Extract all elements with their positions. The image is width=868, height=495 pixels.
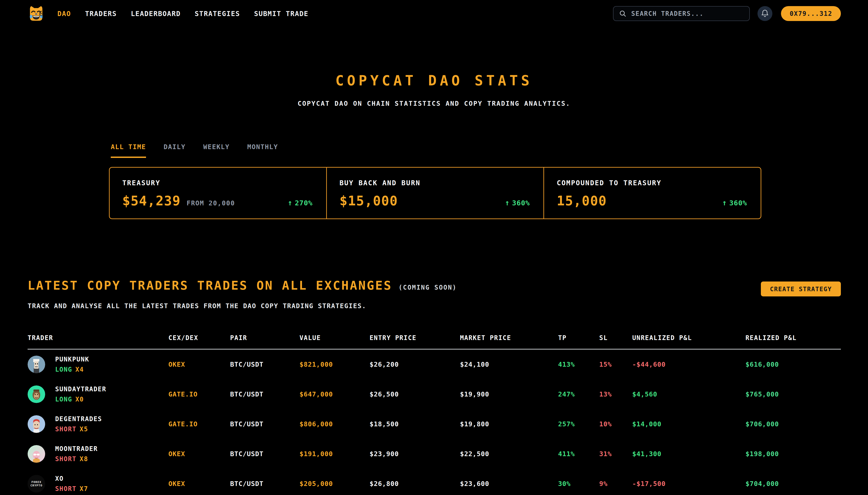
cell-value: $205,000 (300, 480, 370, 488)
hero-section: COPYCAT DAO STATS COPYCAT DAO ON CHAIN S… (0, 72, 868, 107)
cell-exchange: GATE.IO (168, 420, 230, 428)
nav-item-strategies[interactable]: STRATEGIES (195, 10, 240, 18)
cell-realized-pl: $765,000 (746, 390, 841, 398)
card-value: $54,239 (122, 193, 181, 208)
cell-entry-price: $26,800 (370, 480, 460, 488)
search-input[interactable] (631, 10, 744, 17)
create-strategy-button[interactable]: CREATE STRATEGY (761, 281, 841, 296)
cell-entry-price: $18,500 (370, 420, 460, 428)
trader-name: DEGENTRADES (55, 415, 102, 423)
cell-pair: BTC/USDT (230, 361, 300, 368)
cell-sl: 31% (599, 450, 632, 458)
cell-pair: BTC/USDT (230, 390, 300, 398)
page-subtitle: COPYCAT DAO ON CHAIN STATISTICS AND COPY… (0, 100, 868, 107)
trade-leverage: X7 (80, 485, 88, 493)
col-entry-price: ENTRY PRICE (370, 334, 460, 342)
notifications-button[interactable] (757, 6, 772, 21)
wallet-address-button[interactable]: 0X79...312 (781, 6, 841, 21)
nav-item-dao[interactable]: DAO (57, 10, 71, 18)
trader-avatar (28, 445, 45, 463)
page-title: COPYCAT DAO STATS (0, 72, 868, 89)
table-row[interactable]: SUNDAYTRADER LONGX0 GATE.IO BTC/USDT $64… (28, 379, 841, 409)
cell-tp: 30% (558, 480, 599, 488)
cell-value: $806,000 (300, 420, 370, 428)
cell-entry-price: $23,900 (370, 450, 460, 458)
stats-cards: TREASURY $54,239 FROM 20,000 ↑ 270% BUY … (109, 167, 761, 219)
cell-realized-pl: $198,000 (746, 450, 841, 458)
trade-leverage: X8 (80, 455, 88, 463)
col-pair: PAIR (230, 334, 300, 342)
tab-weekly[interactable]: WEEKLY (203, 143, 230, 158)
trader-name: SUNDAYTRADER (55, 386, 106, 393)
trade-direction: SHORT (55, 425, 77, 433)
tab-daily[interactable]: DAILY (164, 143, 186, 158)
cell-market-price: $22,500 (460, 450, 558, 458)
latest-trades-section: LATEST COPY TRADERS TRADES ON ALL EXCHAN… (28, 278, 841, 495)
nav-item-traders[interactable]: TRADERS (85, 10, 117, 18)
cell-entry-price: $26,500 (370, 390, 460, 398)
cell-realized-pl: $706,000 (746, 420, 841, 428)
card-title: BUY BACK AND BURN (339, 179, 530, 187)
timeframe-tabs: ALL TIME DAILY WEEKLY MONTHLY (111, 143, 868, 158)
card-note: FROM 20,000 (186, 199, 235, 207)
tab-all-time[interactable]: ALL TIME (111, 143, 146, 158)
cell-realized-pl: $704,000 (746, 480, 841, 488)
nav-item-leaderboard[interactable]: LEADERBOARD (131, 10, 181, 18)
trade-direction: LONG (55, 366, 72, 373)
search-icon (619, 10, 627, 17)
cell-tp: 247% (558, 390, 599, 398)
trade-leverage: X0 (75, 396, 84, 403)
trade-leverage: X4 (75, 366, 84, 373)
avatar-text-line: FOREX (31, 480, 41, 484)
up-arrow-icon: ↑ (288, 198, 293, 207)
cell-value: $647,000 (300, 390, 370, 398)
cell-unrealized-pl: $14,000 (632, 420, 746, 428)
trader-name: XO (55, 475, 88, 482)
cell-exchange: OKEX (168, 480, 230, 488)
cell-unrealized-pl: -$44,600 (632, 361, 746, 368)
cell-realized-pl: $616,000 (746, 361, 841, 368)
search-box[interactable] (613, 6, 750, 21)
cell-exchange: GATE.IO (168, 390, 230, 398)
cell-market-price: $19,900 (460, 390, 558, 398)
card-title: TREASURY (122, 179, 313, 187)
cell-market-price: $19,800 (460, 420, 558, 428)
tab-monthly[interactable]: MONTHLY (247, 143, 278, 158)
avatar-text-line: CRYPTO (31, 484, 43, 487)
card-value: 15,000 (557, 193, 607, 208)
trade-leverage: X5 (80, 425, 88, 433)
top-nav: DAO TRADERS LEADERBOARD STRATEGIES SUBMI… (0, 0, 868, 27)
section-subtitle: TRACK AND ANALYSE ALL THE LATEST TRADES … (28, 302, 457, 310)
nav-links: DAO TRADERS LEADERBOARD STRATEGIES SUBMI… (57, 10, 308, 18)
col-unrealized-pl: UNREALIZED P&L (632, 334, 746, 342)
cell-tp: 411% (558, 450, 599, 458)
col-cex-dex: CEX/DEX (168, 334, 230, 342)
card-value: $15,000 (339, 193, 398, 208)
table-row[interactable]: FOREX CRYPTO XO SHORTX7 OKEX BTC/USDT $2… (28, 469, 841, 495)
cell-sl: 13% (599, 390, 632, 398)
card-change: ↑ 360% (722, 198, 747, 207)
cell-sl: 9% (599, 480, 632, 488)
up-arrow-icon: ↑ (722, 198, 727, 207)
compounded-card: COMPOUNDED TO TREASURY 15,000 ↑ 360% (544, 168, 761, 219)
trade-direction: SHORT (55, 485, 77, 493)
col-trader: TRADER (28, 334, 168, 342)
buyback-card: BUY BACK AND BURN $15,000 ↑ 360% (326, 168, 544, 219)
nav-item-submit-trade[interactable]: SUBMIT TRADE (254, 10, 308, 18)
cell-value: $821,000 (300, 361, 370, 368)
cell-sl: 15% (599, 361, 632, 368)
cell-sl: 10% (599, 420, 632, 428)
cat-joy-logo-icon[interactable] (28, 5, 45, 22)
table-row[interactable]: PUNKPUNK LONGX4 OKEX BTC/USDT $821,000 $… (28, 349, 841, 379)
cell-tp: 257% (558, 420, 599, 428)
cell-exchange: OKEX (168, 361, 230, 368)
trade-direction: SHORT (55, 455, 77, 463)
trader-avatar: FOREX CRYPTO (28, 475, 45, 493)
table-row[interactable]: DEGENTRADES SHORTX5 GATE.IO BTC/USDT $80… (28, 409, 841, 439)
trader-avatar (28, 415, 45, 433)
cell-value: $191,000 (300, 450, 370, 458)
table-row[interactable]: MOONTRADER SHORTX8 OKEX BTC/USDT $191,00… (28, 439, 841, 469)
card-change: ↑ 360% (505, 198, 530, 207)
table-header-row: TRADER CEX/DEX PAIR VALUE ENTRY PRICE MA… (28, 334, 841, 349)
col-value: VALUE (300, 334, 370, 342)
